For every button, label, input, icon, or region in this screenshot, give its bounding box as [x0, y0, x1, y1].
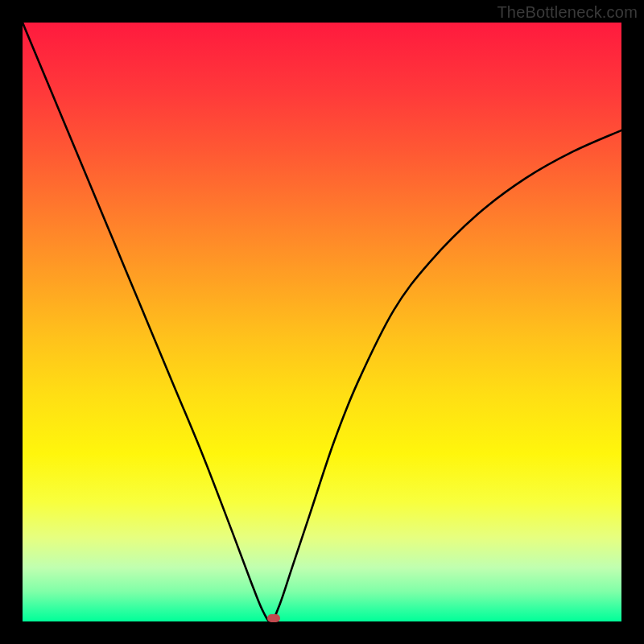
bottleneck-curve: [23, 23, 621, 621]
optimal-marker: [267, 614, 280, 622]
watermark-text: TheBottleneck.com: [497, 3, 638, 22]
chart-container: TheBottleneck.com: [0, 0, 644, 644]
